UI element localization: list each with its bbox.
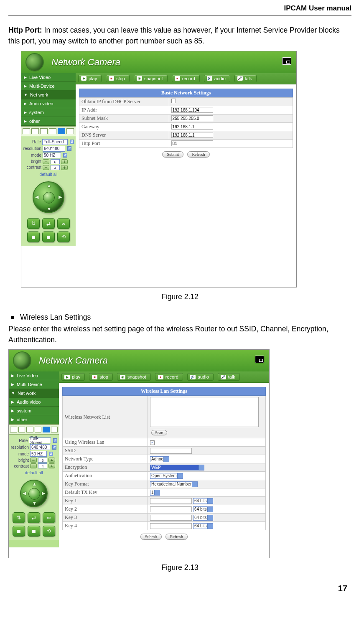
nav-other[interactable]: ▶other [9, 415, 59, 424]
nav-live-video[interactable]: ▶Live Video [9, 371, 59, 380]
decrement-button[interactable]: − [43, 159, 49, 164]
record-button[interactable]: ●record [155, 373, 183, 381]
nav-live-video[interactable]: ▶Live Video [21, 73, 76, 82]
subnet-input[interactable] [171, 115, 213, 121]
reset-button[interactable]: ⟲ [43, 526, 55, 537]
key2-input[interactable] [150, 506, 192, 512]
select-arrow-icon[interactable]: ⇵ [49, 452, 53, 456]
arrow-up-icon[interactable]: ▲ [47, 183, 51, 188]
stop-h-button[interactable]: ◼ [42, 231, 55, 242]
layout-2[interactable] [31, 128, 39, 134]
snapshot-button[interactable]: ◉snapshot [134, 75, 168, 82]
key1-input[interactable] [150, 498, 192, 504]
layout-4[interactable] [26, 427, 33, 432]
nav-multi-device[interactable]: ▶Multi-Device [9, 380, 59, 389]
layout-1[interactable] [10, 427, 17, 432]
talk-button[interactable]: 🎤talk [234, 75, 257, 82]
mode-select[interactable]: 50 HZ [30, 451, 47, 457]
layout-active[interactable] [43, 427, 50, 432]
rate-select[interactable]: Full-Speed [29, 437, 51, 443]
nav-network[interactable]: ▼Net work [9, 389, 59, 398]
stop-v-button[interactable]: ◼ [27, 231, 40, 242]
layout-16[interactable] [66, 128, 74, 134]
snapshot-button[interactable]: ◉snapshot [117, 373, 151, 381]
increment-button[interactable]: + [48, 463, 55, 468]
select-arrow-icon[interactable]: ⇵ [52, 445, 56, 450]
nettype-select[interactable]: Adhoc [150, 456, 169, 462]
select-arrow-icon[interactable]: ⇵ [67, 146, 71, 151]
refresh-button[interactable]: Refresh [165, 534, 188, 540]
talk-button[interactable]: 🎤talk [218, 373, 240, 381]
gateway-input[interactable] [171, 124, 213, 130]
select-arrow-icon[interactable]: ⇵ [53, 438, 57, 443]
dns-input[interactable] [171, 132, 213, 138]
audio-button[interactable]: 🔊audio [187, 373, 214, 381]
infinity-button[interactable]: ∞ [43, 512, 55, 523]
layout-4[interactable] [40, 128, 48, 134]
nav-multi-device[interactable]: ▶Multi-Device [21, 82, 76, 91]
nav-other[interactable]: ▶other [21, 117, 76, 126]
auth-select[interactable]: Open System [150, 473, 183, 479]
layout-16[interactable] [51, 427, 58, 432]
key4-input[interactable] [150, 523, 192, 529]
increment-button[interactable]: + [61, 165, 68, 170]
layout-active[interactable] [58, 128, 65, 134]
ip-input[interactable] [171, 107, 213, 113]
keyformat-select[interactable]: Hexadecimal Number [150, 481, 198, 487]
stop-button[interactable]: ■stop [106, 75, 130, 82]
reset-button[interactable]: ⟲ [57, 231, 70, 242]
play-button[interactable]: ▶play [61, 373, 85, 381]
default-all-link[interactable]: default all [10, 470, 57, 475]
key3-bits-select[interactable]: 64 bits [193, 515, 213, 521]
arrow-left-icon[interactable]: ◀ [23, 491, 26, 496]
nav-network[interactable]: ▼Net work [21, 91, 76, 99]
layout-9[interactable] [35, 427, 42, 432]
txkey-select[interactable]: 1 [150, 490, 160, 496]
nav-audio-video[interactable]: ▶Audio video [21, 99, 76, 108]
key4-bits-select[interactable]: 64 bits [193, 523, 213, 529]
toggle-vertical-button[interactable]: ⇅ [27, 218, 40, 229]
key1-bits-select[interactable]: 64 bits [193, 498, 213, 504]
record-button[interactable]: ●record [172, 75, 200, 82]
arrow-down-icon[interactable]: ▼ [32, 501, 37, 506]
mode-select[interactable]: 50 HZ [43, 153, 61, 158]
key3-input[interactable] [150, 515, 192, 521]
stop-h-button[interactable]: ◼ [28, 526, 40, 537]
default-all-link[interactable]: default all [23, 172, 74, 177]
arrow-up-icon[interactable]: ▲ [32, 481, 37, 486]
decrement-button[interactable]: − [43, 165, 49, 170]
toggle-vertical-button[interactable]: ⇅ [13, 512, 25, 523]
arrow-right-icon[interactable]: ▶ [42, 491, 45, 496]
resolution-select[interactable]: 640*480 [30, 444, 50, 450]
fullscreen-icon[interactable] [282, 57, 291, 65]
encryption-select[interactable]: WEP [150, 465, 204, 470]
increment-button[interactable]: + [61, 159, 68, 164]
fullscreen-icon[interactable] [255, 356, 264, 363]
infinity-button[interactable]: ∞ [57, 218, 70, 229]
nav-system[interactable]: ▶system [9, 407, 59, 415]
submit-button[interactable]: Submit [140, 534, 162, 540]
resolution-select[interactable]: 640*480 [43, 146, 65, 152]
ptz-joystick[interactable]: ▲ ▼ ◀ ▶ [33, 181, 64, 213]
play-button[interactable]: ▶play [78, 75, 102, 82]
toggle-horizontal-button[interactable]: ⇄ [28, 512, 40, 523]
layout-1[interactable] [23, 128, 30, 134]
submit-button[interactable]: Submit [162, 151, 183, 158]
arrow-left-icon[interactable]: ◀ [35, 194, 38, 200]
arrow-down-icon[interactable]: ▼ [47, 206, 51, 211]
wireless-list[interactable] [150, 397, 259, 427]
nav-system[interactable]: ▶system [21, 108, 76, 117]
key2-bits-select[interactable]: 64 bits [193, 506, 213, 512]
select-arrow-icon[interactable]: ⇵ [70, 140, 74, 144]
arrow-right-icon[interactable]: ▶ [59, 194, 62, 200]
decrement-button[interactable]: − [30, 463, 37, 468]
decrement-button[interactable]: − [30, 458, 37, 463]
select-arrow-icon[interactable]: ⇵ [63, 153, 67, 158]
ptz-joystick[interactable]: ▲ ▼ ◀ ▶ [20, 480, 48, 507]
layout-9[interactable] [49, 128, 56, 134]
refresh-button[interactable]: Refresh [187, 151, 209, 158]
rate-select[interactable]: Full-Speed [42, 139, 68, 145]
stop-v-button[interactable]: ◼ [13, 526, 25, 537]
increment-button[interactable]: + [48, 458, 55, 463]
toggle-horizontal-button[interactable]: ⇄ [42, 218, 55, 229]
